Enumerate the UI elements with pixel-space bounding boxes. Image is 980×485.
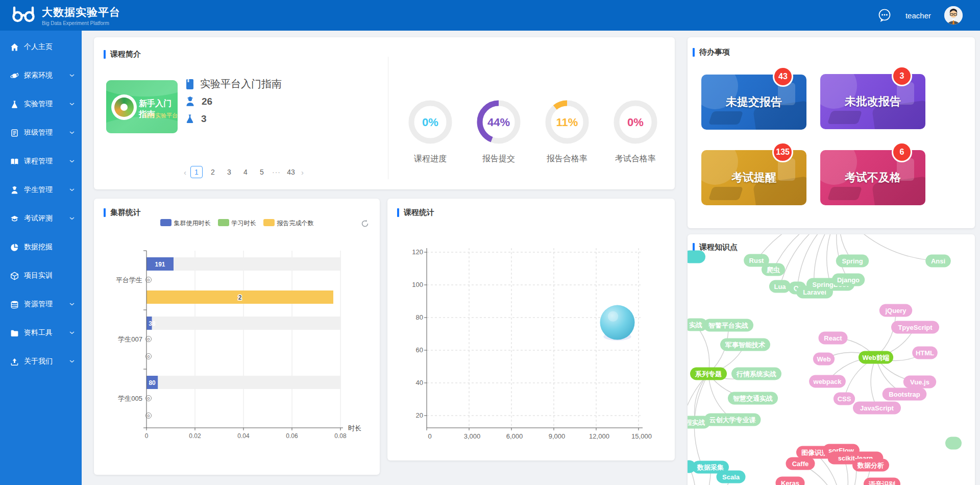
svg-text:系列专题: 系列专题 bbox=[695, 370, 722, 378]
svg-text:Spring: Spring bbox=[842, 257, 863, 265]
svg-text:15,000: 15,000 bbox=[631, 432, 652, 440]
svg-text:Web前端: Web前端 bbox=[862, 354, 889, 361]
svg-text:9,000: 9,000 bbox=[549, 432, 566, 440]
sidebar-item-项目实训[interactable]: 项目实训 bbox=[0, 261, 82, 290]
page-button-1[interactable]: 1 bbox=[190, 166, 203, 178]
svg-text:jQuery: jQuery bbox=[885, 307, 906, 314]
todo-card-考试不及格[interactable]: 考试不及格6 bbox=[820, 150, 925, 205]
knowledge-node-cut[interactable] bbox=[945, 437, 962, 450]
course-stats-card: 课程统计 1201008060402003,0006,0009,00012,00… bbox=[387, 199, 675, 460]
course-cover[interactable]: 新手入门指南 玩转实验平台 bbox=[106, 80, 178, 133]
experiment-count: 3 bbox=[201, 113, 207, 125]
sidebar-item-label: 探索环境 bbox=[24, 71, 69, 80]
svg-text:Bootstrap: Bootstrap bbox=[889, 391, 920, 398]
sidebar-item-探索环境[interactable]: 探索环境 bbox=[0, 61, 82, 90]
svg-text:学生005: 学生005 bbox=[118, 395, 142, 402]
app-title: 大数据实验平台 bbox=[42, 5, 120, 19]
sidebar-item-班级管理[interactable]: 班级管理 bbox=[0, 118, 82, 147]
knowledge-graph: Rust爬虫LuaQtLaravelSpringBootDjangoSpring… bbox=[688, 234, 975, 485]
svg-text:Vue.js: Vue.js bbox=[910, 378, 929, 386]
todo-badge-count: 3 bbox=[892, 66, 912, 86]
todo-badge-count: 6 bbox=[892, 142, 912, 162]
svg-text:Lua: Lua bbox=[774, 283, 786, 290]
svg-text:JavaScript: JavaScript bbox=[860, 404, 894, 412]
cube-icon bbox=[10, 272, 19, 280]
sidebar-item-个人主页[interactable]: 个人主页 bbox=[0, 33, 82, 61]
page-button-2[interactable]: 2 bbox=[207, 166, 219, 178]
svg-text:时长: 时长 bbox=[348, 424, 361, 432]
todo-card-考试提醒[interactable]: 考试提醒135 bbox=[701, 150, 806, 205]
bubble-point[interactable] bbox=[600, 305, 635, 340]
svg-text:数据分析: 数据分析 bbox=[857, 462, 884, 469]
todo-title: 待办事项 bbox=[699, 47, 730, 57]
divider bbox=[388, 57, 388, 179]
sidebar-item-数据挖掘[interactable]: 数据挖掘 bbox=[0, 233, 82, 261]
sidebar-item-label: 学生管理 bbox=[24, 185, 69, 195]
database-icon bbox=[10, 300, 19, 309]
students-icon bbox=[185, 95, 195, 107]
student-icon bbox=[10, 186, 19, 195]
avatar[interactable] bbox=[944, 6, 963, 25]
course-bubble-chart: 1201008060402003,0006,0009,00012,00015,0… bbox=[387, 199, 675, 460]
todo-card-未提交报告[interactable]: 未提交报告43 bbox=[701, 75, 806, 130]
legend-item-集群使用时长[interactable]: 集群使用时长 bbox=[160, 219, 211, 228]
cluster-stats-card: 集群统计 集群使用时长学习时长报告完成个数 平台学生19102学生0073800… bbox=[94, 199, 380, 475]
sidebar-item-考试评测[interactable]: 考试评测 bbox=[0, 204, 82, 233]
pie-icon bbox=[10, 243, 19, 252]
svg-text:CSS: CSS bbox=[838, 395, 851, 403]
sidebar-item-关于我们[interactable]: 关于我们 bbox=[0, 347, 82, 376]
svg-text:100: 100 bbox=[412, 281, 423, 288]
svg-text:60: 60 bbox=[416, 346, 423, 354]
sidebar-item-label: 关于我们 bbox=[24, 357, 69, 366]
legend-item-报告完成个数[interactable]: 报告完成个数 bbox=[263, 219, 314, 228]
page-next-button[interactable]: › bbox=[301, 168, 304, 177]
chevron-down-icon bbox=[69, 360, 75, 363]
svg-text:120: 120 bbox=[412, 248, 423, 256]
page-button-5[interactable]: 5 bbox=[256, 166, 268, 178]
sidebar-item-label: 数据挖掘 bbox=[24, 243, 75, 252]
sidebar-item-实验管理[interactable]: 实验管理 bbox=[0, 90, 82, 118]
page-prev-button[interactable]: ‹ bbox=[184, 168, 186, 177]
sidebar-item-课程管理[interactable]: 课程管理 bbox=[0, 147, 82, 176]
sidebar-item-资料工具[interactable]: 资料工具 bbox=[0, 319, 82, 347]
donut-课程进度: 0%课程进度 bbox=[400, 99, 461, 164]
refresh-icon[interactable] bbox=[360, 219, 370, 228]
sidebar-item-label: 项目实训 bbox=[24, 271, 75, 280]
legend-item-学习时长[interactable]: 学习时长 bbox=[218, 219, 256, 228]
message-icon[interactable] bbox=[877, 8, 892, 23]
svg-text:0: 0 bbox=[148, 278, 150, 282]
page-button-43[interactable]: 43 bbox=[285, 166, 297, 178]
todo-card-未批改报告[interactable]: 未批改报告3 bbox=[820, 74, 925, 129]
cluster-stats-title: 集群统计 bbox=[110, 208, 141, 217]
svg-text:云创大学专业课: 云创大学专业课 bbox=[709, 416, 756, 424]
donut-考试合格率: 0%考试合格率 bbox=[605, 99, 666, 164]
svg-text:TpyeScript: TpyeScript bbox=[898, 324, 933, 331]
page-button-3[interactable]: 3 bbox=[223, 166, 235, 178]
section-accent-bar bbox=[104, 208, 106, 217]
svg-text:Django: Django bbox=[837, 276, 860, 284]
username[interactable]: teacher bbox=[905, 11, 931, 20]
svg-text:行情系统实战: 行情系统实战 bbox=[736, 370, 776, 378]
page-button-4[interactable]: 4 bbox=[239, 166, 252, 178]
page: 大数据实验平台 Big Data Experiment Platform tea… bbox=[0, 0, 980, 485]
sidebar-item-学生管理[interactable]: 学生管理 bbox=[0, 176, 82, 204]
sidebar-item-label: 考试评测 bbox=[24, 214, 69, 223]
sidebar-item-资源管理[interactable]: 资源管理 bbox=[0, 290, 82, 319]
upload-icon bbox=[10, 357, 19, 366]
book-icon bbox=[10, 157, 19, 166]
svg-text:语音识别: 语音识别 bbox=[868, 480, 895, 485]
svg-text:191: 191 bbox=[155, 261, 165, 268]
donut-charts: 0%课程进度44%报告提交11%报告合格率0%考试合格率 bbox=[396, 99, 670, 164]
svg-text:12,000: 12,000 bbox=[589, 432, 609, 440]
chevron-down-icon bbox=[69, 74, 75, 77]
page-ellipsis[interactable]: ··· bbox=[272, 168, 281, 176]
course-title: 实验平台入门指南 bbox=[200, 77, 282, 91]
chevron-down-icon bbox=[69, 188, 75, 191]
svg-text:Keras: Keras bbox=[781, 479, 799, 485]
svg-text:智慧交通实战: 智慧交通实战 bbox=[732, 395, 773, 402]
svg-text:20: 20 bbox=[416, 411, 423, 419]
svg-text:0: 0 bbox=[428, 432, 431, 440]
knowledge-node-cut[interactable] bbox=[688, 251, 705, 263]
app-logo[interactable]: 大数据实验平台 Big Data Experiment Platform bbox=[11, 5, 120, 26]
svg-text:80: 80 bbox=[416, 313, 423, 321]
